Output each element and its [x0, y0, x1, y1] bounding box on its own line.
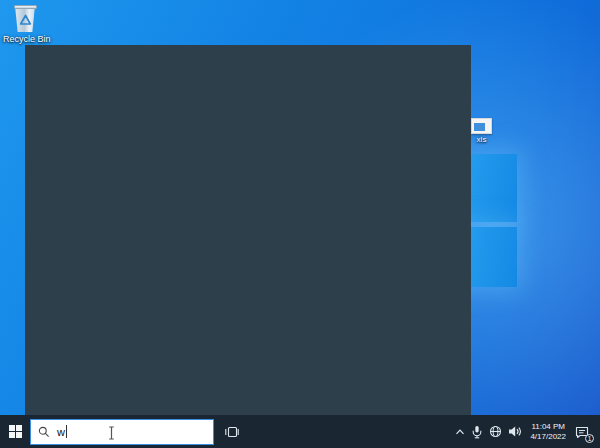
taskbar: w	[0, 415, 600, 448]
blank-window-overlay[interactable]	[25, 45, 471, 415]
windows-logo-pane	[16, 432, 22, 438]
speaker-volume-icon	[508, 425, 522, 438]
start-button[interactable]	[0, 415, 30, 448]
microphone-tray-button[interactable]	[471, 415, 483, 448]
file-window-icon-screen	[474, 123, 485, 131]
hidden-icons-chevron-button[interactable]	[455, 415, 465, 448]
notification-badge: 1	[585, 434, 594, 443]
recycle-bin-icon	[14, 5, 37, 32]
task-view-icon	[224, 424, 240, 440]
windows-logo-pane	[16, 425, 22, 431]
chevron-up-icon	[455, 427, 465, 437]
taskbar-search-input[interactable]: w	[30, 419, 214, 445]
ibeam-cursor	[107, 426, 116, 440]
action-center-button[interactable]: 1	[574, 415, 595, 448]
file-window-icon	[471, 118, 492, 134]
search-icon	[38, 426, 50, 438]
clock-time: 11:04 PM	[530, 422, 566, 432]
microphone-icon	[471, 425, 483, 439]
windows-logo-icon	[9, 425, 22, 438]
recycle-bin-lid	[14, 5, 37, 9]
text-caret	[66, 425, 67, 438]
taskbar-clock[interactable]: 11:04 PM 4/17/2022	[530, 422, 566, 442]
recycle-symbol-icon	[14, 14, 37, 26]
volume-tray-button[interactable]	[508, 415, 522, 448]
windows-logo-pane	[9, 432, 15, 438]
windows-logo-pane	[9, 425, 15, 431]
system-tray: 11:04 PM 4/17/2022 1	[455, 415, 600, 448]
desktop-icon-file[interactable]: xls	[468, 118, 495, 144]
task-view-button[interactable]	[214, 415, 250, 448]
clock-date: 4/17/2022	[530, 432, 566, 442]
recycle-bin-label: Recycle Bin	[3, 34, 47, 44]
search-input-value: w	[57, 426, 65, 438]
network-tray-button[interactable]	[489, 415, 502, 448]
file-icon-label: xls	[468, 135, 495, 144]
desktop-icon-recycle-bin[interactable]: Recycle Bin	[3, 5, 47, 44]
globe-network-icon	[489, 425, 502, 438]
